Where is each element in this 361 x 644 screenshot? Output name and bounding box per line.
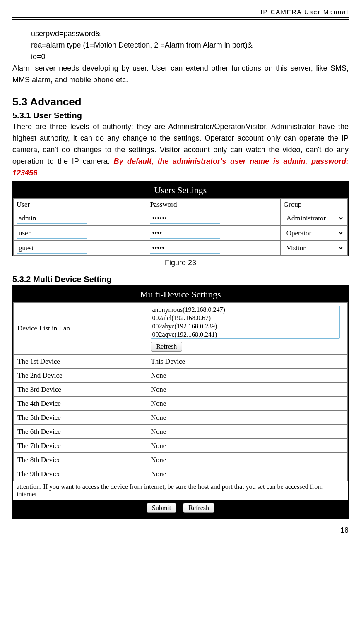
users-settings-figure: Users Settings User Password Group Admin… (12, 181, 349, 256)
group-select-1[interactable]: Administrator (284, 213, 344, 223)
code-line-1: userpwd=password& (12, 28, 349, 40)
device-row-value: None (147, 467, 347, 481)
user-setting-paragraph: There are three levels of authority; the… (12, 121, 349, 179)
multi-device-figure: Multi-Device Settings Device List in Lan… (12, 285, 349, 519)
code-line-3: io=0 (12, 51, 349, 63)
password-input-3[interactable] (150, 243, 220, 254)
user-setting-text-tail: . (37, 169, 39, 177)
users-settings-title: Users Settings (13, 182, 348, 198)
multi-device-title: Multi-Device Settings (13, 286, 348, 302)
device-row-value: None (147, 411, 347, 425)
refresh-button-1[interactable]: Refresh (151, 342, 182, 352)
device-row-8: The 8th DeviceNone (14, 453, 347, 467)
user-input-2[interactable] (17, 228, 87, 239)
figure-23-caption: Figure 23 (12, 259, 349, 267)
device-row-6: The 6th DeviceNone (14, 425, 347, 439)
device-row-label: The 5th Device (14, 411, 147, 425)
users-row-3: Visitor (14, 241, 347, 256)
device-row-4: The 4th DeviceNone (14, 397, 347, 411)
device-row-value: None (147, 369, 347, 383)
users-settings-table: User Password Group Administrator Op (13, 198, 348, 256)
submit-button[interactable]: Submit (147, 503, 176, 513)
device-list-item[interactable]: 002abyc(192.168.0.239) (151, 323, 339, 331)
device-row-label: The 2nd Device (14, 369, 147, 383)
device-row-value: None (147, 383, 347, 397)
attention-note: attention: If you want to access the dev… (13, 481, 348, 500)
users-header-group: Group (281, 199, 347, 211)
device-row-3: The 3rd DeviceNone (14, 383, 347, 397)
password-input-1[interactable] (150, 213, 220, 224)
device-row-2: The 2nd DeviceNone (14, 369, 347, 383)
device-row-value: None (147, 453, 347, 467)
group-select-2[interactable]: Operator (284, 228, 344, 238)
section-5-3-1-heading: 5.3.1 User Setting (12, 111, 349, 120)
device-row-label: The 6th Device (14, 425, 147, 439)
device-row-label: The 4th Device (14, 397, 147, 411)
password-input-2[interactable] (150, 228, 220, 239)
refresh-button-2[interactable]: Refresh (183, 503, 214, 513)
user-input-3[interactable] (17, 243, 87, 254)
multi-device-table: Device List in Lan anonymous(192.168.0.2… (13, 302, 348, 481)
users-header-password: Password (147, 199, 280, 211)
device-list-item[interactable]: 002alcl(192.168.0.67) (151, 314, 339, 323)
device-row-label: The 1st Device (14, 354, 147, 369)
group-select-3[interactable]: Visitor (284, 243, 344, 253)
device-row-label: The 8th Device (14, 453, 147, 467)
device-list-item[interactable]: anonymous(192.168.0.247) (151, 306, 339, 314)
device-row-label: The 7th Device (14, 439, 147, 453)
code-line-2: rea=alarm type (1=Motion Detection, 2 =A… (12, 40, 349, 51)
section-5-3-heading: 5.3 Advanced (12, 96, 349, 108)
multi-device-button-row: Submit Refresh (13, 500, 348, 518)
users-header-user: User (14, 199, 147, 211)
device-row-value: None (147, 425, 347, 439)
device-row-1: The 1st DeviceThis Device (14, 354, 347, 369)
device-list-label: Device List in Lan (14, 303, 147, 354)
page: IP CAMERA User Manual userpwd=password& … (0, 0, 361, 547)
device-row-9: The 9th DeviceNone (14, 467, 347, 481)
device-row-value: None (147, 397, 347, 411)
device-list-row: Device List in Lan anonymous(192.168.0.2… (14, 303, 347, 354)
device-list-item[interactable]: 002aqvc(192.168.0.241) (151, 331, 339, 338)
users-row-2: Operator (14, 226, 347, 241)
device-row-value: None (147, 439, 347, 453)
user-input-1[interactable] (17, 213, 87, 224)
users-row-1: Administrator (14, 211, 347, 226)
device-row-label: The 9th Device (14, 467, 147, 481)
device-row-5: The 5th DeviceNone (14, 411, 347, 425)
users-header-row: User Password Group (14, 199, 347, 211)
page-number: 18 (12, 526, 349, 535)
device-row-label: The 3rd Device (14, 383, 147, 397)
alarm-server-paragraph: Alarm server needs developing by user. U… (12, 63, 349, 86)
header-rule-1 (12, 17, 349, 18)
device-row-7: The 7th DeviceNone (14, 439, 347, 453)
header-rule-2 (12, 19, 349, 20)
device-list-box[interactable]: anonymous(192.168.0.247) 002alcl(192.168… (151, 306, 339, 339)
section-5-3-2-heading: 5.3.2 Multi Device Setting (12, 275, 349, 284)
device-row-value: This Device (147, 354, 347, 369)
running-head: IP CAMERA User Manual (12, 8, 349, 15)
